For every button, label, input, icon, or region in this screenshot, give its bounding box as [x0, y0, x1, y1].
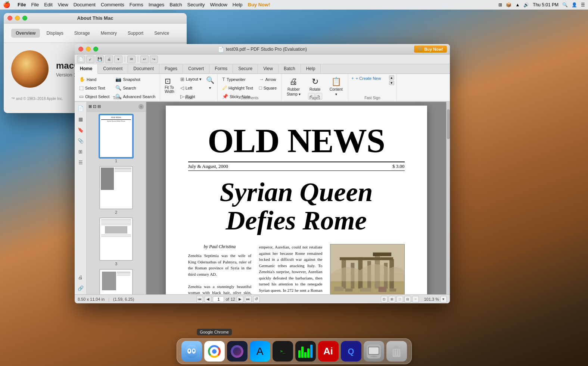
fit-page-btn[interactable]: ⊡ [381, 296, 388, 303]
dock-chrome[interactable]: Google Chrome [204, 341, 225, 362]
hand-tool[interactable]: ✋ Hand [77, 75, 112, 83]
fast-sign-nav-down[interactable]: ▼ [389, 81, 394, 85]
rubber-stamp-tool[interactable]: 🖨 Rubber Stamp ▾ [284, 75, 304, 98]
minimize-button[interactable] [15, 16, 20, 21]
dock-finder2[interactable] [364, 341, 384, 362]
prev-page-btn[interactable]: ◀ [205, 296, 211, 303]
tab-secure[interactable]: Secure [233, 64, 258, 73]
fit-width-btn[interactable]: ⊞ [389, 296, 395, 303]
dock-appstore[interactable]: A [250, 341, 270, 362]
zoom-dropdown[interactable]: 🔍 ▾ [205, 75, 215, 91]
thumb-item-4[interactable]: 4 [90, 269, 143, 294]
tab-batch[interactable]: Batch [279, 64, 301, 73]
menubar-menu[interactable]: ☰ [581, 2, 585, 7]
zoom-dropdown-btn[interactable]: ▾ [440, 296, 447, 303]
left-tool[interactable]: ◁ Left [178, 84, 204, 92]
pdf-minimize[interactable] [86, 47, 91, 51]
two-page-btn[interactable]: ⊟ [404, 296, 411, 303]
tab-memory[interactable]: Memory [96, 29, 121, 38]
sidebar-tool-1[interactable]: 📄 [76, 104, 85, 113]
sidebar-tool-4[interactable]: 📎 [76, 136, 85, 145]
sidebar-tool-bottom1[interactable]: 🖨 [76, 273, 85, 282]
tab-comment[interactable]: Comment [98, 64, 128, 73]
menu-buynow[interactable]: Buy Now! [248, 2, 270, 7]
menu-window[interactable]: Window [210, 2, 227, 7]
thumb-item-1[interactable]: OLD NEWS Syrian Queen Defies Rome 1 [90, 115, 143, 163]
dock-trash[interactable] [386, 341, 407, 362]
tab-pages[interactable]: Pages [159, 64, 183, 73]
pdf-maximize[interactable] [93, 47, 98, 51]
pdf-content-area[interactable]: OLD NEWS July & August, 2000 $ 3.00 Syri… [146, 102, 446, 294]
content-tool[interactable]: 📋 Content ▾ [327, 75, 346, 98]
buy-now-button[interactable]: 🛒 Buy Now! [414, 46, 447, 53]
thumb-item-3[interactable]: 3 [90, 218, 143, 266]
typewriter-tool[interactable]: T Typewriter [220, 75, 255, 83]
menu-batch[interactable]: Batch [169, 2, 182, 7]
qb-open[interactable]: ↙ [86, 56, 94, 63]
menu-document[interactable]: Document [74, 2, 96, 7]
dock-finder[interactable] [181, 341, 202, 362]
refresh-btn[interactable]: ↺ [253, 296, 260, 303]
snapshot-tool[interactable]: 📷 Snapshot [113, 75, 158, 83]
tab-overview[interactable]: Overview [11, 29, 40, 38]
maximize-button[interactable] [22, 16, 27, 21]
qb-print[interactable]: 🖨 [105, 56, 113, 63]
last-page-btn[interactable]: ⏭ [245, 296, 252, 303]
thumb-item-2[interactable]: 2 [90, 166, 143, 215]
dock-terminal[interactable]: >_ [273, 341, 293, 362]
arrow-tool[interactable]: → Arrow [257, 75, 279, 83]
tab-storage[interactable]: Storage [70, 29, 94, 38]
sidebar-tool-bottom2[interactable]: 🔗 [76, 284, 85, 293]
sidebar-tool-2[interactable]: ▦ [76, 115, 85, 123]
menu-help[interactable]: Help [233, 2, 243, 7]
qb-redo[interactable]: ↪ [150, 56, 158, 63]
dock-activity-monitor[interactable] [295, 341, 316, 362]
square-tool[interactable]: □ Square [257, 84, 279, 92]
search-tool[interactable]: 🔍 Search [113, 84, 158, 92]
qb-save[interactable]: 💾 [96, 56, 104, 63]
tab-displays[interactable]: Displays [42, 29, 68, 38]
qb-more[interactable]: ▼ [114, 56, 122, 63]
first-page-btn[interactable]: ⏮ [196, 296, 203, 303]
select-text-tool[interactable]: ⬚ Select Text [77, 84, 112, 92]
qb-undo[interactable]: ↩ [140, 56, 149, 63]
fast-sign-nav-up[interactable]: ▲ [389, 75, 394, 80]
layout-dropdown[interactable]: ⊞ Layout ▾ [178, 75, 204, 83]
highlight-text-tool[interactable]: 🖊 Highlight Text [220, 84, 255, 92]
menu-forms[interactable]: Forms [130, 2, 143, 7]
zoom-out-btn[interactable]: − [412, 296, 419, 303]
next-page-btn[interactable]: ▶ [237, 296, 243, 303]
qb-new[interactable]: 📄 [77, 56, 85, 63]
menu-security[interactable]: Security [187, 2, 205, 7]
thumbnail-close[interactable]: × [139, 104, 144, 109]
sidebar-tool-5[interactable]: ⊞ [76, 147, 85, 156]
dock-stack[interactable] [227, 341, 248, 362]
tab-convert[interactable]: Convert [183, 64, 209, 73]
tab-support[interactable]: Support [123, 29, 148, 38]
dock-qpdf[interactable]: Q [341, 341, 361, 362]
sidebar-tool-3[interactable]: 🔖 [76, 125, 85, 134]
tab-view[interactable]: View [258, 64, 279, 73]
menubar-search[interactable]: 🔍 [562, 2, 568, 7]
create-new-button[interactable]: ＋ + Create New [351, 75, 389, 81]
tab-document[interactable]: Document [128, 64, 159, 73]
sidebar-tool-6[interactable]: ☰ [76, 158, 85, 167]
close-button[interactable] [7, 16, 12, 21]
tab-service[interactable]: Service [150, 29, 174, 38]
dock-acrobat[interactable]: Ai [318, 341, 339, 362]
tab-forms[interactable]: Forms [209, 64, 233, 73]
menu-images[interactable]: Images [149, 2, 165, 7]
menubar-user[interactable]: 👤 [572, 2, 577, 7]
single-page-btn[interactable]: □ [396, 296, 403, 303]
tab-home[interactable]: Home [75, 64, 98, 74]
fit-to-width[interactable]: ⊡ Fit To Width [162, 75, 177, 95]
page-number-input[interactable] [213, 296, 224, 302]
menu-view[interactable]: View [58, 2, 68, 7]
tab-help[interactable]: Help [301, 64, 321, 73]
right-scrollbar[interactable] [446, 102, 450, 294]
qb-email[interactable]: ✉ [127, 56, 136, 63]
menu-comments[interactable]: Comments [101, 2, 124, 7]
apple-menu[interactable]: 🍎 [3, 1, 10, 8]
menu-edit[interactable]: Edit [44, 2, 52, 7]
pdf-close[interactable] [78, 47, 83, 51]
